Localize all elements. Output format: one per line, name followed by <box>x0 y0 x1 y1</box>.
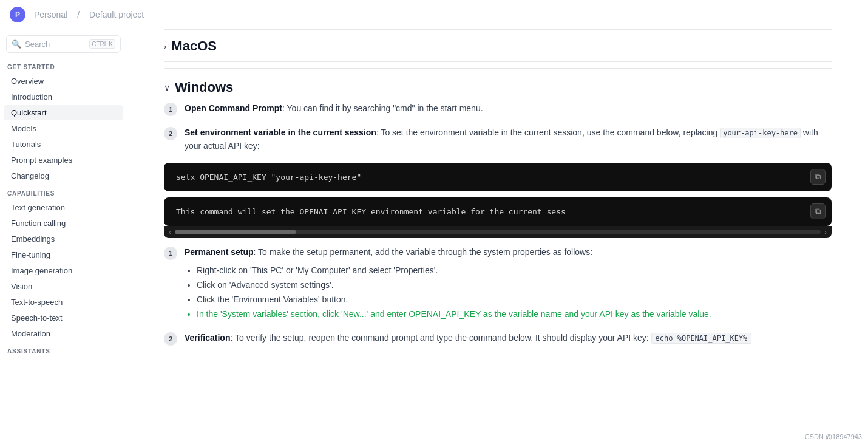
step-2-number: 2 <box>164 127 177 140</box>
search-bar[interactable]: 🔍 Search CTRL K <box>6 35 121 53</box>
step-1-number: 1 <box>164 103 177 116</box>
sidebar-item-fine-tuning[interactable]: Fine-tuning <box>4 247 123 262</box>
code-block-1-wrapper: setx OPENAI_API_KEY "your-api-key-here" … <box>164 163 832 191</box>
bullet-2: Click on 'Advanced system settings'. <box>197 278 832 293</box>
permanent-bullet-list: Right-click on 'This PC' or 'My Computer… <box>185 264 832 321</box>
verification-step-content: Verification: To verify the setup, reope… <box>185 331 832 344</box>
breadcrumb-project: Default project <box>89 10 144 19</box>
sidebar: 🔍 Search CTRL K GET STARTED Overview Int… <box>0 29 127 444</box>
permanent-step: 1 Permanent setup: To make the setup per… <box>164 245 832 322</box>
breadcrumb: Personal / Default project <box>30 10 147 19</box>
step-2-rest: : To set the environment variable in the… <box>376 128 720 137</box>
copy-button-1[interactable]: ⧉ <box>810 169 826 185</box>
sidebar-item-moderation[interactable]: Moderation <box>4 326 123 341</box>
permanent-step-rest: : To make the setup permanent, add the v… <box>254 247 593 257</box>
sidebar-item-speech-to-text[interactable]: Speech-to-text <box>4 310 123 326</box>
bullet-1: Right-click on 'This PC' or 'My Computer… <box>197 264 832 278</box>
breadcrumb-org: Personal <box>34 10 67 19</box>
code-scrollbar-track[interactable] <box>175 230 821 234</box>
code-block-2-wrapper: This command will set the OPENAI_API_KEY… <box>164 197 832 238</box>
windows-title: Windows <box>175 80 233 95</box>
step-2-text: Set environment variable in the current … <box>185 126 832 153</box>
scroll-right-arrow-icon[interactable]: › <box>824 228 827 236</box>
code-scrollbar-thumb <box>175 230 296 234</box>
code-scrollbar-row: ‹ › <box>164 226 832 238</box>
verification-step-bold: Verification <box>185 333 230 343</box>
macos-section: › MacOS <box>164 29 832 58</box>
search-placeholder: Search <box>25 39 86 49</box>
sidebar-item-overview[interactable]: Overview <box>4 73 123 89</box>
sidebar-item-text-generation[interactable]: Text generation <box>4 200 123 215</box>
sidebar-item-tutorials[interactable]: Tutorials <box>4 137 123 152</box>
step-2-content: Set environment variable in the current … <box>185 126 832 153</box>
header: P Personal / Default project <box>0 0 868 29</box>
permanent-step-content: Permanent setup: To make the setup perma… <box>185 245 832 322</box>
main-content: › MacOS ∨ Windows 1 Open Command Prompt:… <box>127 29 868 444</box>
code-block-2: This command will set the OPENAI_API_KEY… <box>164 197 832 226</box>
sidebar-item-embeddings[interactable]: Embeddings <box>4 231 123 247</box>
verification-step-number: 2 <box>164 332 177 346</box>
search-keyboard-shortcut: CTRL K <box>89 39 115 49</box>
windows-toggle[interactable]: ∨ Windows <box>164 68 832 101</box>
verification-inline-code: echo %OPENAI_API_KEY% <box>651 333 752 344</box>
step-2-bold: Set environment variable in the current … <box>185 128 376 137</box>
section-label-get-started: GET STARTED <box>0 58 127 73</box>
sidebar-item-image-generation[interactable]: Image generation <box>4 263 123 278</box>
verification-step-text: Verification: To verify the setup, reope… <box>185 331 832 344</box>
scroll-left-arrow-icon[interactable]: ‹ <box>169 228 171 236</box>
code-block-1: setx OPENAI_API_KEY "your-api-key-here" <box>164 163 832 191</box>
section-label-capabilities: CAPABILITIES <box>0 184 127 199</box>
windows-section: ∨ Windows 1 Open Command Prompt: You can… <box>164 66 832 346</box>
sidebar-item-quickstart[interactable]: Quickstart <box>4 105 123 120</box>
watermark: CSDN @18947943 <box>805 433 862 440</box>
sidebar-item-changelog[interactable]: Changelog <box>4 168 123 183</box>
step-1-text: Open Command Prompt: You can find it by … <box>185 101 832 115</box>
macos-toggle[interactable]: › MacOS <box>164 38 832 54</box>
breadcrumb-separator: / <box>77 10 80 19</box>
macos-chevron-right-icon: › <box>164 42 166 51</box>
bullet-3: Click the 'Environment Variables' button… <box>197 293 832 307</box>
permanent-step-number: 1 <box>164 247 177 260</box>
windows-chevron-down-icon: ∨ <box>164 83 170 92</box>
verification-step: 2 Verification: To verify the setup, reo… <box>164 331 832 346</box>
search-icon: 🔍 <box>12 39 21 49</box>
copy-button-2[interactable]: ⧉ <box>810 203 826 219</box>
step-2-inline-code: your-api-key-here <box>720 128 801 138</box>
step-1-rest: : You can find it by searching "cmd" in … <box>282 103 483 113</box>
sidebar-item-introduction[interactable]: Introduction <box>4 89 123 104</box>
sidebar-item-prompt-examples[interactable]: Prompt examples <box>4 152 123 168</box>
step-2: 2 Set environment variable in the curren… <box>164 126 832 153</box>
step-1: 1 Open Command Prompt: You can find it b… <box>164 101 832 116</box>
bullet-4: In the 'System variables' section, click… <box>197 307 832 322</box>
sidebar-item-vision[interactable]: Vision <box>4 279 123 294</box>
layout: 🔍 Search CTRL K GET STARTED Overview Int… <box>0 29 868 444</box>
verification-step-rest: : To verify the setup, reopen the comman… <box>230 333 651 343</box>
sidebar-item-text-to-speech[interactable]: Text-to-speech <box>4 295 123 310</box>
sidebar-item-function-calling[interactable]: Function calling <box>4 216 123 231</box>
permanent-step-text: Permanent setup: To make the setup perma… <box>185 245 832 259</box>
section-divider <box>164 61 832 62</box>
avatar: P <box>10 7 25 22</box>
macos-title: MacOS <box>171 38 217 54</box>
sidebar-nav: GET STARTED Overview Introduction Quicks… <box>0 58 127 444</box>
section-label-assistants: ASSISTANTS <box>0 342 127 357</box>
step-1-content: Open Command Prompt: You can find it by … <box>185 101 832 115</box>
sidebar-item-models[interactable]: Models <box>4 121 123 136</box>
permanent-step-bold: Permanent setup <box>185 247 254 257</box>
step-1-bold: Open Command Prompt <box>185 103 282 113</box>
